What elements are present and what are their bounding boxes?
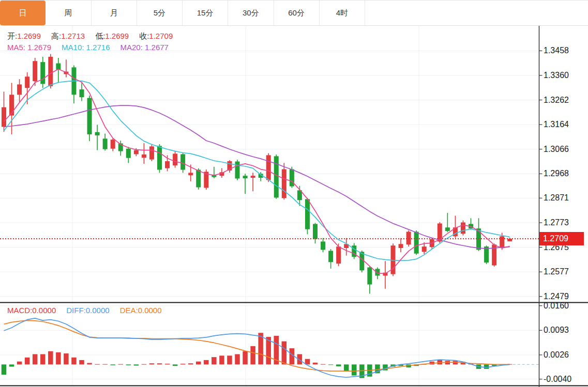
ma5-label: MA5: (7, 43, 25, 52)
tab-week[interactable]: 周 (46, 1, 91, 25)
price-axis-label: 1.2968 (544, 168, 569, 179)
ma20-value: 1.2677 (145, 43, 169, 52)
macd-axis-label: 0.0026 (544, 350, 569, 360)
close-label: 收: (139, 32, 149, 40)
tab-30min[interactable]: 30分 (228, 1, 274, 25)
macd-axis-label: 0.0093 (544, 325, 569, 335)
macd-axis-label: -0.0040 (544, 374, 571, 384)
legend-macd: MACD:0.0000 DIFF:0.0000 DEA:0.0000 (7, 306, 172, 315)
low-value: 1.2699 (105, 32, 129, 40)
price-axis-label: 1.3458 (544, 45, 569, 56)
macd-axis-label: 0.0160 (544, 301, 569, 311)
price-axis-label: 1.3164 (544, 119, 569, 130)
legend-ma: MA5: 1.2679 MA10: 1.2716 MA20: 1.2677 (7, 43, 179, 52)
trading-chart-app: 日 周 月 5分 15分 30分 60分 4时 开:1.2699 高:1.271… (0, 0, 588, 387)
ma10-label: MA10: (62, 43, 84, 52)
price-axis-label: 1.3066 (544, 144, 569, 154)
low-label: 低: (95, 32, 105, 40)
dea-label: DEA: (120, 306, 138, 315)
price-axis-label: 1.2773 (544, 218, 569, 228)
tab-month[interactable]: 月 (92, 1, 137, 25)
price-axis-label: 1.2577 (544, 267, 569, 277)
open-label: 开: (7, 32, 17, 40)
price-axis-label: 1.3262 (544, 95, 569, 105)
macd-label: MACD: (7, 306, 32, 315)
legend-ohlc: 开:1.2699 高:1.2713 低:1.2699 收:1.2709 (7, 32, 183, 41)
diff-label: DIFF: (66, 306, 86, 315)
high-value: 1.2713 (61, 32, 85, 40)
ma10-value: 1.2716 (86, 43, 110, 52)
ma20-label: MA20: (120, 43, 143, 52)
tab-15min[interactable]: 15分 (183, 1, 228, 25)
tab-60min[interactable]: 60分 (274, 1, 320, 25)
chart-canvas[interactable] (0, 26, 588, 387)
interval-tabbar: 日 周 月 5分 15分 30分 60分 4时 (0, 0, 588, 26)
tab-day[interactable]: 日 (0, 1, 46, 25)
high-label: 高: (51, 32, 61, 40)
macd-value: 0.0000 (32, 306, 56, 315)
current-price-badge: 1.2709 (539, 232, 584, 245)
ma5-value: 1.2679 (27, 43, 51, 52)
open-value: 1.2699 (17, 32, 41, 40)
diff-value: 0.0000 (86, 306, 110, 315)
price-axis-label: 1.2871 (544, 193, 569, 203)
tab-5min[interactable]: 5分 (137, 1, 183, 25)
tab-4hour[interactable]: 4时 (320, 1, 365, 25)
price-axis-label: 1.3360 (544, 70, 569, 81)
close-value: 1.2709 (149, 32, 173, 40)
dea-value: 0.0000 (138, 306, 162, 315)
